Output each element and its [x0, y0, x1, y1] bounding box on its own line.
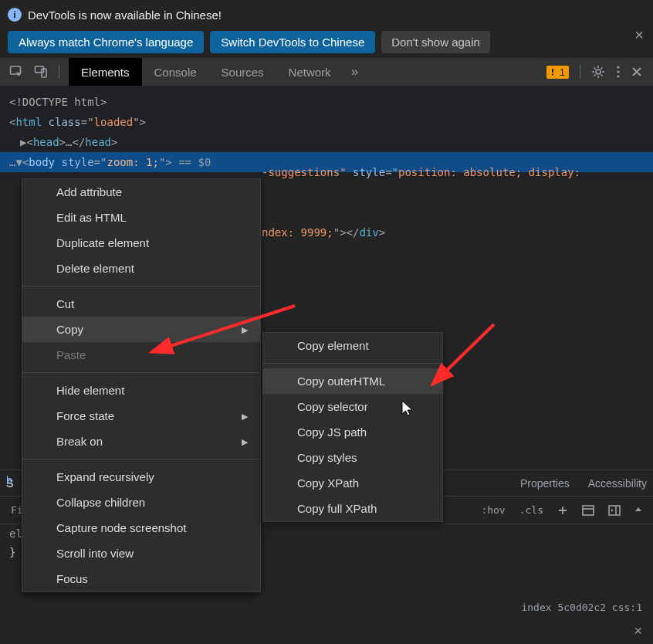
close-devtools-icon[interactable]	[631, 66, 642, 77]
copy-submenu-copy-selector[interactable]: Copy selector	[263, 394, 442, 419]
kebab-menu-icon[interactable]	[616, 65, 621, 79]
menu-item-add-attribute[interactable]: Add attribute	[22, 179, 260, 205]
drawer-close-icon[interactable]: ×	[634, 623, 642, 639]
svg-point-5	[596, 69, 601, 74]
copy-submenu-copy-js-path[interactable]: Copy JS path	[263, 419, 442, 445]
svg-point-8	[617, 75, 619, 77]
copy-submenu-copy-full-xpath[interactable]: Copy full XPath	[263, 496, 442, 521]
computed-styles-icon[interactable]	[582, 505, 594, 516]
info-icon: i	[8, 8, 22, 22]
menu-item-hide-element[interactable]: Hide element	[22, 378, 260, 403]
copy-submenu-copy-element[interactable]: Copy element	[263, 333, 442, 358]
infobar-message: DevTools is now available in Chinese!	[28, 8, 222, 22]
tab-console[interactable]: Console	[142, 58, 209, 86]
properties-tab[interactable]: Properties	[520, 477, 570, 490]
infobar: i DevTools is now available in Chinese! …	[0, 0, 653, 53]
context-menu-copy-submenu[interactable]: Copy elementCopy outerHTMLCopy selectorC…	[262, 332, 443, 522]
tab-network[interactable]: Network	[276, 58, 343, 86]
menu-item-separator	[22, 459, 260, 459]
closing-brace: }	[9, 546, 15, 558]
svg-rect-3	[552, 69, 553, 73]
menu-item-scroll-into-view[interactable]: Scroll into view	[22, 541, 260, 566]
menu-item-edit-as-html[interactable]: Edit as HTML	[22, 205, 260, 230]
menu-item-delete-element[interactable]: Delete element	[22, 256, 260, 281]
menu-item-paste: Paste	[22, 342, 260, 368]
copy-submenu-copy-styles[interactable]: Copy styles	[263, 445, 442, 470]
copy-submenu-separator	[263, 363, 442, 364]
submenu-arrow-icon: ▶	[242, 324, 248, 334]
svg-rect-4	[552, 74, 553, 76]
dont-show-again-button[interactable]: Don't show again	[381, 31, 490, 53]
svg-rect-9	[583, 506, 594, 515]
stylesheet-source[interactable]: index 5c0d02c2 css:1	[521, 602, 642, 613]
devtools-toolbar: Elements Console Sources Network » 1	[0, 58, 653, 86]
menu-item-copy[interactable]: Copy▶	[22, 317, 260, 342]
tab-elements[interactable]: Elements	[69, 58, 142, 86]
menu-item-focus[interactable]: Focus	[22, 566, 260, 591]
menu-item-force-state[interactable]: Force state▶	[22, 403, 260, 429]
menu-item-break-on[interactable]: Break on▶	[22, 429, 260, 454]
toolbar-divider	[580, 65, 580, 79]
menu-item-cut[interactable]: Cut	[22, 291, 260, 317]
sidebar-toggle-icon[interactable]	[608, 505, 621, 516]
always-match-language-button[interactable]: Always match Chrome's language	[8, 31, 204, 53]
submenu-arrow-icon: ▶	[242, 411, 248, 421]
switch-to-chinese-button[interactable]: Switch DevTools to Chinese	[210, 31, 375, 53]
warnings-badge[interactable]: 1	[546, 66, 569, 79]
menu-item-separator	[22, 286, 260, 286]
toolbar-divider	[59, 65, 59, 79]
svg-point-6	[617, 66, 619, 68]
mouse-cursor-icon	[401, 400, 415, 417]
menu-item-expand-recursively[interactable]: Expand recursively	[22, 464, 260, 490]
tabs-overflow-icon[interactable]: »	[343, 64, 366, 80]
svg-point-7	[617, 70, 619, 73]
element-style-label: el	[9, 527, 22, 540]
menu-item-collapse-children[interactable]: Collapse children	[22, 490, 260, 515]
code-fragment: -suggestions" style="position: absolute;…	[262, 122, 580, 263]
infobar-close-icon[interactable]: ×	[634, 26, 644, 44]
submenu-arrow-icon: ▶	[242, 436, 248, 446]
device-toggle-icon[interactable]	[34, 65, 48, 79]
menu-item-duplicate-element[interactable]: Duplicate element	[22, 230, 260, 256]
doctype-line: <!DOCTYPE html>	[9, 92, 644, 112]
copy-submenu-copy-xpath[interactable]: Copy XPath	[263, 470, 442, 496]
settings-gear-icon[interactable]	[591, 65, 605, 79]
new-rule-icon[interactable]	[557, 505, 568, 516]
menu-item-separator	[22, 372, 260, 373]
menu-item-capture-node-screenshot[interactable]: Capture node screenshot	[22, 515, 260, 541]
scroll-up-icon[interactable]	[634, 505, 642, 516]
context-menu-primary[interactable]: Add attributeEdit as HTMLDuplicate eleme…	[22, 178, 261, 592]
svg-rect-10	[609, 506, 620, 515]
accessibility-tab[interactable]: Accessibility	[588, 477, 647, 490]
inspect-element-icon[interactable]	[9, 65, 23, 79]
svg-rect-1	[36, 66, 44, 73]
tab-sources[interactable]: Sources	[209, 58, 276, 86]
hov-toggle[interactable]: :hov	[481, 504, 505, 516]
cls-toggle[interactable]: .cls	[519, 504, 543, 516]
copy-submenu-copy-outerhtml[interactable]: Copy outerHTML	[263, 368, 442, 394]
warnings-count: 1	[560, 66, 565, 78]
